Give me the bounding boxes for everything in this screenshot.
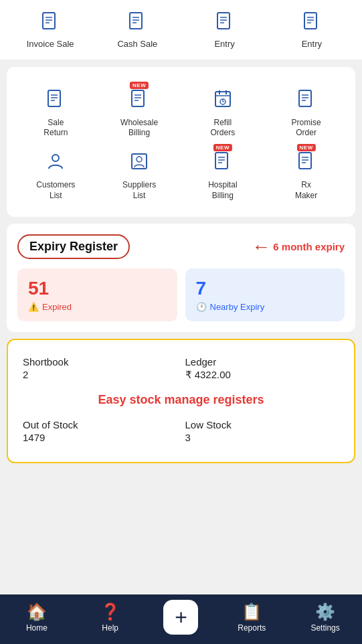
settings-icon: ⚙️ (315, 602, 335, 621)
stock-register-section: Shortbook 2 Ledger ₹ 4322.00 Easy stock … (7, 339, 355, 463)
svg-point-33 (52, 155, 59, 161)
bottom-nav: 🏠 Home ❓ Help + 📋 Reports ⚙️ Settings (0, 594, 362, 644)
menu-promise-order[interactable]: PromiseOrder (268, 83, 345, 139)
shortcut-purchase-entry[interactable]: Entry (275, 7, 349, 50)
suppliers-list-label: SuppliersList (122, 180, 156, 201)
expiry-title-wrap[interactable]: Expiry Register (17, 234, 130, 259)
reports-label: Reports (238, 623, 266, 633)
menu-customers-list[interactable]: CustomersList (17, 145, 94, 201)
rx-maker-badge: NEW (297, 144, 316, 151)
svg-rect-4 (130, 13, 142, 29)
svg-rect-16 (48, 90, 60, 106)
svg-point-35 (137, 157, 142, 162)
stock-entry-label: Entry (214, 39, 234, 50)
ledger-label: Ledger (185, 356, 340, 368)
expiry-months-label: 6 month expiry (273, 241, 345, 252)
svg-rect-40 (299, 153, 311, 169)
stock-grid: Shortbook 2 Ledger ₹ 4322.00 Easy stock … (19, 351, 343, 451)
nav-home[interactable]: 🏠 Home (17, 602, 57, 633)
expired-card[interactable]: 51 ⚠️ Expired (17, 268, 177, 321)
home-label: Home (26, 623, 48, 633)
stock-promo-text: Easy stock manage registers (98, 393, 264, 406)
home-icon: 🏠 (27, 602, 47, 621)
wholesale-billing-icon-wrap: NEW (123, 83, 155, 115)
top-shortcuts: Invoice Sale Cash Sale Entry (0, 0, 362, 60)
wholesale-billing-badge: NEW (130, 82, 149, 89)
help-icon: ❓ (100, 602, 120, 621)
shortcut-invoice-sale[interactable]: Invoice Sale (13, 7, 87, 50)
cash-sale-label: Cash Sale (117, 39, 157, 50)
promise-order-label: PromiseOrder (292, 118, 321, 139)
cash-sale-icon (122, 7, 152, 36)
hospital-billing-label: HospitalBilling (208, 180, 237, 201)
low-stock-value: 3 (185, 432, 340, 443)
suppliers-list-icon-wrap (123, 145, 155, 177)
promise-order-icon-wrap (290, 83, 323, 115)
rx-maker-icon-wrap: NEW (290, 145, 323, 177)
nav-reports[interactable]: 📋 Reports (232, 602, 272, 633)
settings-label: Settings (310, 623, 339, 633)
shortbook-value: 2 (23, 369, 177, 380)
help-label: Help (102, 623, 118, 633)
rx-maker-label: RxMaker (295, 180, 317, 201)
nearby-expiry-status: 🕐 Nearby Expiry (196, 302, 335, 312)
svg-rect-29 (299, 90, 311, 106)
reports-icon: 📋 (242, 602, 262, 621)
menu-rx-maker[interactable]: NEW RxMaker (268, 145, 345, 201)
refill-orders-icon-wrap (207, 83, 239, 115)
shortcut-cash-sale[interactable]: Cash Sale (100, 7, 174, 50)
out-of-stock-label: Out of Stock (23, 419, 177, 430)
shortbook-label: Shortbook (23, 356, 177, 368)
ledger-value: ₹ 4322.00 (185, 369, 340, 381)
expiry-register-section: Expiry Register ← 6 month expiry 51 ⚠️ E… (7, 224, 355, 332)
clock-icon: 🕐 (196, 302, 207, 312)
svg-rect-36 (215, 153, 228, 169)
wholesale-billing-label: WholesaleBilling (120, 118, 158, 139)
expiry-cards-row: 51 ⚠️ Expired 7 🕐 Nearby Expiry (17, 268, 345, 321)
sale-return-label: SaleReturn (43, 118, 68, 139)
invoice-sale-label: Invoice Sale (27, 39, 74, 50)
out-of-stock-value: 1479 (23, 432, 177, 443)
customers-list-label: CustomersList (36, 180, 75, 201)
expiry-arrow-area: ← 6 month expiry (252, 238, 345, 256)
shortcut-stock-entry[interactable]: Entry (188, 7, 262, 50)
hospital-billing-badge: NEW (213, 144, 232, 151)
menu-grid-card: SaleReturn NEW WholesaleBilling (7, 67, 355, 217)
menu-wholesale-billing[interactable]: NEW WholesaleBilling (101, 83, 178, 139)
svg-rect-8 (217, 13, 230, 29)
nearby-expiry-label: Nearby Expiry (210, 302, 265, 312)
low-stock-cell[interactable]: Low Stock 3 (181, 414, 344, 451)
stock-promo: Easy stock manage registers (19, 389, 343, 414)
nav-settings[interactable]: ⚙️ Settings (305, 602, 345, 633)
add-icon: + (175, 607, 187, 628)
expiry-arrow-icon: ← (252, 238, 270, 256)
refill-orders-label: RefillOrders (211, 118, 236, 139)
purchase-entry-label: Entry (302, 39, 322, 50)
nav-help[interactable]: ❓ Help (90, 602, 130, 633)
menu-grid: SaleReturn NEW WholesaleBilling (17, 78, 345, 206)
menu-suppliers-list[interactable]: SuppliersList (101, 145, 178, 201)
expiry-header: Expiry Register ← 6 month expiry (17, 234, 345, 259)
expiry-register-title: Expiry Register (17, 234, 130, 259)
sale-return-icon-wrap (39, 83, 72, 115)
menu-refill-orders[interactable]: RefillOrders (185, 83, 262, 139)
svg-rect-12 (304, 13, 316, 29)
warning-icon: ⚠️ (28, 302, 39, 312)
ledger-cell[interactable]: Ledger ₹ 4322.00 (181, 351, 344, 389)
invoice-sale-icon (35, 7, 65, 36)
low-stock-label: Low Stock (185, 419, 340, 430)
out-of-stock-cell[interactable]: Out of Stock 1479 (19, 414, 181, 451)
nearby-expiry-card[interactable]: 7 🕐 Nearby Expiry (185, 268, 345, 321)
purchase-entry-icon (297, 7, 327, 36)
stock-entry-icon (210, 7, 240, 36)
menu-sale-return[interactable]: SaleReturn (17, 83, 94, 139)
expired-count: 51 (28, 278, 167, 299)
svg-rect-20 (132, 90, 144, 106)
expired-status: ⚠️ Expired (28, 302, 167, 312)
menu-hospital-billing[interactable]: NEW HospitalBilling (185, 145, 262, 201)
customers-list-icon-wrap (39, 145, 72, 177)
nav-add-button[interactable]: + (163, 600, 198, 635)
svg-rect-0 (43, 13, 55, 29)
shortbook-cell[interactable]: Shortbook 2 (19, 351, 181, 389)
nearby-expiry-count: 7 (196, 278, 335, 299)
